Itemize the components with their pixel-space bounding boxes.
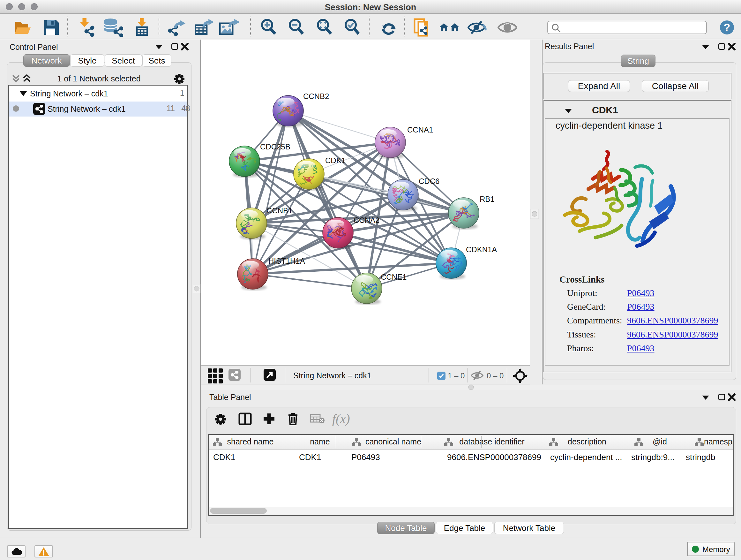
- svg-text:CCNA1: CCNA1: [407, 125, 433, 134]
- svg-text:HIST1H1A: HIST1H1A: [268, 257, 305, 265]
- svg-text:CDKN1A: CDKN1A: [466, 245, 497, 254]
- svg-text:CCNB1: CCNB1: [266, 206, 292, 215]
- svg-text:RB1: RB1: [480, 195, 495, 203]
- svg-text:CDC6: CDC6: [419, 177, 440, 186]
- svg-text:CCNE1: CCNE1: [381, 273, 407, 281]
- svg-text:CCNB2: CCNB2: [303, 92, 329, 101]
- svg-text:CDK1: CDK1: [325, 156, 346, 165]
- svg-text:CDC25B: CDC25B: [260, 142, 290, 151]
- svg-text:CCNA2: CCNA2: [354, 216, 380, 225]
